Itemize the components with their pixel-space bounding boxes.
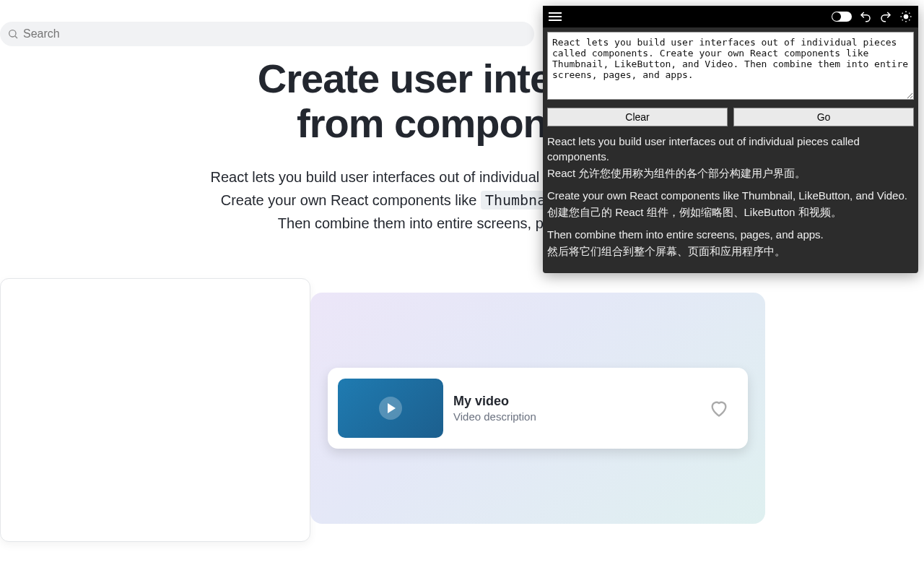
tx-zh: React 允许您使用称为组件的各个部分构建用户界面。 xyxy=(547,165,914,181)
go-button[interactable]: Go xyxy=(733,108,914,126)
code-preview-row: eo }) { eo={video} /> .url}> itle}</h3> … xyxy=(0,278,924,553)
svg-point-0 xyxy=(9,30,16,37)
code-editor-pane: eo }) { eo={video} /> .url}> itle}</h3> … xyxy=(0,278,310,542)
tx-zh: 然后将它们组合到整个屏幕、页面和应用程序中。 xyxy=(547,243,914,259)
toggle-switch[interactable] xyxy=(832,12,852,22)
tx-en: React lets you build user interfaces out… xyxy=(547,134,914,164)
svg-line-7 xyxy=(902,13,903,14)
play-icon xyxy=(379,397,402,420)
svg-point-2 xyxy=(904,14,908,19)
translator-panel: Clear Go React lets you build user inter… xyxy=(543,6,918,273)
svg-line-8 xyxy=(909,20,910,20)
svg-line-10 xyxy=(909,13,910,14)
search-bar[interactable] xyxy=(0,22,534,46)
video-thumbnail[interactable] xyxy=(338,379,443,438)
tx-en: Create your own React components like Th… xyxy=(547,188,914,203)
translator-topbar xyxy=(543,6,918,27)
tx-en: Then combine them into entire screens, p… xyxy=(547,227,914,242)
search-input[interactable] xyxy=(23,27,527,40)
svg-line-9 xyxy=(902,20,903,20)
translator-input[interactable] xyxy=(547,32,914,100)
preview-pane: My video Video description xyxy=(310,293,765,524)
undo-icon[interactable] xyxy=(859,10,872,23)
hamburger-icon[interactable] xyxy=(549,12,562,21)
video-card: My video Video description xyxy=(328,368,748,449)
sun-icon[interactable] xyxy=(899,10,912,23)
redo-icon[interactable] xyxy=(879,10,892,23)
heart-icon[interactable] xyxy=(709,398,729,418)
clear-button[interactable]: Clear xyxy=(547,108,728,126)
search-icon xyxy=(7,28,19,40)
svg-line-1 xyxy=(15,36,17,38)
translation-output: React lets you build user interfaces out… xyxy=(547,134,914,259)
tx-zh: 创建您自己的 React 组件，例如缩略图、LikeButton 和视频。 xyxy=(547,204,914,220)
video-title: My video xyxy=(453,394,709,409)
video-description: Video description xyxy=(453,410,709,423)
